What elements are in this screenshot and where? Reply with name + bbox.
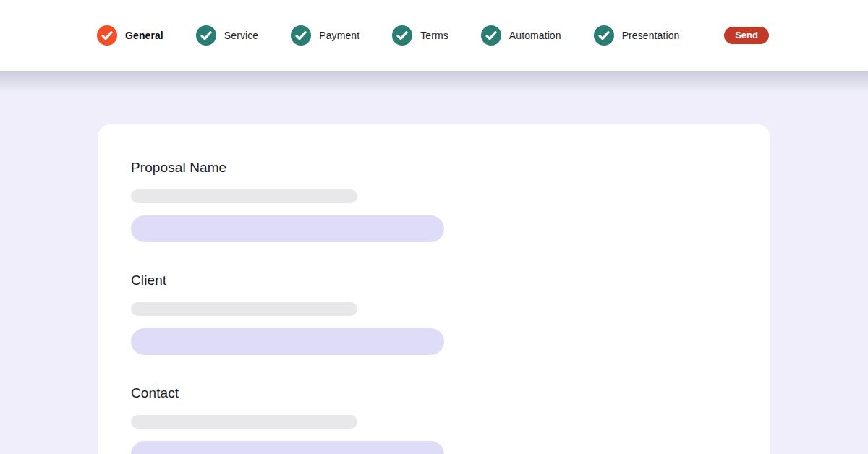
- field-description-skeleton: [131, 415, 357, 429]
- field-group-proposal-name: Proposal Name: [131, 160, 737, 242]
- check-icon: [392, 25, 412, 46]
- stepper-nav: General Service Payment Terms: [97, 25, 769, 46]
- step-service[interactable]: Service: [196, 25, 258, 46]
- step-label: Service: [224, 30, 258, 41]
- send-button[interactable]: Send: [724, 27, 769, 44]
- step-payment[interactable]: Payment: [291, 25, 359, 46]
- field-description-skeleton: [131, 302, 357, 316]
- field-description-skeleton: [131, 189, 357, 203]
- step-presentation[interactable]: Presentation: [594, 25, 680, 46]
- step-label: Presentation: [622, 30, 680, 41]
- step-automation[interactable]: Automation: [481, 25, 561, 46]
- client-input[interactable]: [131, 328, 444, 355]
- step-general[interactable]: General: [97, 25, 163, 46]
- field-group-contact: Contact: [131, 386, 737, 454]
- step-label: Payment: [319, 30, 359, 41]
- check-icon: [97, 25, 117, 46]
- step-label: General: [125, 30, 163, 41]
- check-icon: [481, 25, 501, 46]
- field-label: Contact: [131, 386, 737, 401]
- main-area: Proposal Name Client Contact: [0, 71, 868, 454]
- step-terms[interactable]: Terms: [392, 25, 448, 46]
- check-icon: [196, 25, 216, 46]
- proposal-form-card: Proposal Name Client Contact: [98, 124, 770, 454]
- field-label: Client: [131, 273, 737, 288]
- stepper-header: General Service Payment Terms: [0, 0, 868, 71]
- field-group-client: Client: [131, 273, 737, 355]
- field-label: Proposal Name: [131, 160, 737, 175]
- proposal-name-input[interactable]: [131, 215, 444, 242]
- contact-input[interactable]: [131, 441, 444, 454]
- step-label: Terms: [420, 30, 448, 41]
- check-icon: [291, 25, 311, 46]
- step-label: Automation: [509, 30, 561, 41]
- check-icon: [594, 25, 614, 46]
